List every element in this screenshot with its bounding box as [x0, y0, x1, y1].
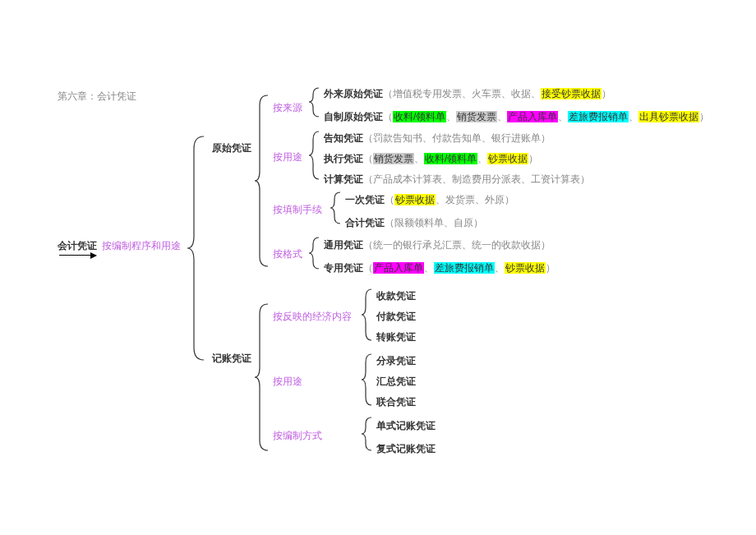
label: 合计凭证	[345, 217, 385, 228]
cat-use-journal: 按用途	[273, 375, 302, 389]
row-combined: 联合凭证	[376, 395, 416, 409]
root-arrow	[59, 255, 96, 256]
brace-source	[309, 88, 320, 117]
brace-method	[362, 417, 373, 450]
note: （限额领料单、自原）	[385, 217, 483, 228]
brace-format	[309, 238, 320, 269]
row-foreign-original: 外来原始凭证（增值税专用发票、火车票、收据、接受钞票收据）	[324, 87, 611, 101]
row-payment: 付款凭证	[376, 310, 416, 324]
cat-use-original: 按用途	[273, 150, 302, 164]
hl-travel: 差旅费报销单	[434, 262, 495, 274]
row-summary: 汇总凭证	[376, 375, 416, 389]
cat-procedure: 按填制手续	[273, 203, 322, 217]
sep1: 、	[446, 111, 456, 122]
note: 、发货票、外原	[436, 194, 505, 205]
close: ）	[546, 262, 555, 274]
hl-cash: 钞票收据	[487, 153, 528, 164]
close: ）	[602, 88, 611, 99]
root-note: 按编制程序和用途	[102, 239, 181, 253]
row-calc: 计算凭证（产品成本计算表、制造费用分派表、工资计算表）	[324, 173, 590, 187]
label: 计算凭证	[324, 173, 363, 185]
row-double: 复式记账凭证	[376, 442, 436, 456]
close: ）	[528, 153, 538, 164]
row-total: 合计凭证（限额领料单、自原）	[345, 216, 483, 230]
brace-economic	[362, 289, 373, 340]
sep2: 、	[477, 153, 487, 164]
open: （	[385, 194, 394, 205]
brace-original	[255, 95, 270, 266]
hl-material: 收料/领料单	[424, 153, 477, 164]
label: 自制原始凭证	[324, 111, 383, 122]
open: （	[383, 88, 393, 99]
close: ）	[505, 194, 514, 205]
hl-material: 收料/领料单	[393, 111, 446, 122]
sep4: 、	[629, 111, 638, 122]
brace-use-journal	[362, 354, 373, 405]
note: （产品成本计算表、制造费用分派表、工资计算表）	[363, 173, 590, 185]
row-selfmade-original: 自制原始凭证（收料/领料单、销货发票、产品入库单、差旅费报销单、出具钞票收据）	[324, 110, 709, 124]
hl-travel: 差旅费报销单	[568, 111, 629, 122]
row-general: 通用凭证（统一的银行承兑汇票、统一的收款收据）	[324, 238, 551, 252]
sep3: 、	[558, 111, 568, 122]
row-single: 单式记账凭证	[376, 419, 436, 433]
hl-sales: 销货发票	[373, 153, 414, 164]
label: 一次凭证	[345, 194, 385, 205]
sep1: 、	[414, 153, 424, 164]
brace-procedure	[330, 192, 342, 224]
hl-accept-cash-receipt: 接受钞票收据	[541, 88, 602, 99]
chapter-title: 第六章：会计凭证	[58, 90, 136, 104]
open: （	[363, 153, 373, 164]
branch-journal: 记账凭证	[212, 352, 251, 366]
label: 通用凭证	[324, 239, 363, 251]
hl-issue-cash: 出具钞票收据	[638, 111, 699, 122]
open: （	[383, 111, 393, 122]
row-once: 一次凭证（钞票收据、发货票、外原）	[345, 193, 514, 207]
text: 增值税专用发票、火车票、收据、	[393, 88, 541, 99]
root-node: 会计凭证	[58, 239, 97, 253]
brace-root	[187, 136, 205, 360]
hl-sales-invoice: 销货发票	[456, 111, 497, 122]
row-inform: 告知凭证（罚款告知书、付款告知单、银行进账单）	[324, 131, 551, 145]
branch-original: 原始凭证	[212, 141, 251, 155]
sep2: 、	[497, 111, 507, 122]
note: （罚款告知书、付款告知单、银行进账单）	[363, 132, 551, 144]
note: （统一的银行承兑汇票、统一的收款收据）	[363, 239, 551, 251]
open: （	[363, 262, 373, 274]
row-entry: 分录凭证	[376, 354, 416, 368]
label: 执行凭证	[324, 153, 363, 164]
close: ）	[699, 111, 709, 122]
brace-use-original	[309, 131, 320, 179]
hl-cash: 钞票收据	[394, 194, 436, 205]
label: 专用凭证	[324, 262, 363, 274]
cat-economic: 按反映的经济内容	[273, 310, 352, 324]
row-transfer: 转账凭证	[376, 330, 416, 344]
hl-warehouse: 产品入库单	[373, 262, 424, 274]
hl-warehouse: 产品入库单	[507, 111, 558, 122]
row-execute: 执行凭证（销货发票、收料/领料单、钞票收据）	[324, 152, 538, 166]
row-special: 专用凭证（产品入库单、差旅费报销单、钞票收据）	[324, 261, 555, 275]
row-receipt: 收款凭证	[376, 289, 416, 303]
hl-cash: 钞票收据	[505, 262, 546, 274]
sep1: 、	[424, 262, 434, 274]
label: 告知凭证	[324, 132, 363, 144]
cat-method: 按编制方式	[273, 429, 322, 443]
label: 外来原始凭证	[324, 88, 383, 99]
sep2: 、	[495, 262, 505, 274]
cat-source: 按来源	[273, 101, 302, 115]
brace-journal	[255, 304, 270, 450]
cat-format: 按格式	[273, 247, 302, 261]
